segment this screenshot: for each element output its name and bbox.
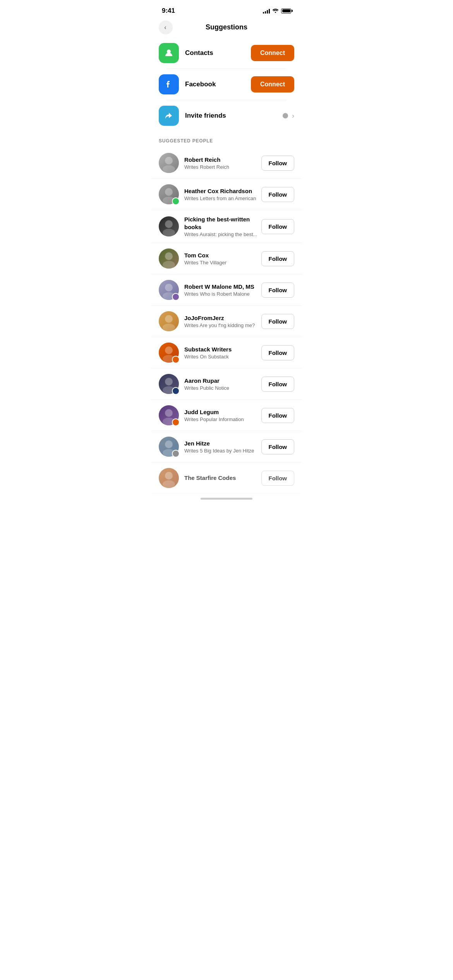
svg-point-3	[163, 165, 175, 173]
follow-button[interactable]: Follow	[261, 345, 295, 360]
person-sub: Writes Letters from an American	[184, 195, 261, 201]
person-sub: Writes Are you f'ng kidding me?	[184, 322, 261, 328]
follow-button[interactable]: Follow	[261, 377, 295, 392]
status-time: 9:41	[162, 7, 175, 15]
person-name: Judd Legum	[184, 408, 261, 416]
back-chevron-icon: ‹	[164, 24, 166, 31]
person-info: Substack Writers Writes On Substack	[184, 346, 261, 360]
person-avatar	[159, 468, 179, 488]
person-name: Aaron Rupar	[184, 377, 261, 385]
follow-button[interactable]: Follow	[261, 187, 295, 202]
person-info: Judd Legum Writes Popular Information	[184, 408, 261, 423]
follow-button[interactable]: Follow	[261, 219, 295, 234]
avatar-circle	[159, 468, 179, 488]
avatar-circle	[159, 216, 179, 236]
person-item: Substack Writers Writes On Substack Foll…	[151, 337, 302, 368]
person-name: Jen Hitze	[184, 440, 261, 447]
svg-point-5	[165, 188, 173, 196]
invite-item[interactable]: Invite friends ›	[159, 100, 294, 131]
person-info: Tom Cox Writes The Villager	[184, 252, 261, 266]
person-name: Heather Cox Richardson	[184, 187, 261, 195]
svg-point-14	[165, 284, 173, 291]
follow-button[interactable]: Follow	[261, 408, 295, 423]
person-item: Aaron Rupar Writes Public Notice Follow	[151, 368, 302, 400]
follow-button[interactable]: Follow	[261, 439, 295, 454]
person-info: Heather Cox Richardson Writes Letters fr…	[184, 187, 261, 202]
person-avatar	[159, 311, 179, 331]
person-name: Robert Reich	[184, 156, 261, 164]
person-avatar	[159, 343, 179, 363]
contacts-label: Contacts	[185, 49, 251, 57]
svg-point-2	[165, 157, 173, 164]
chevron-right-icon: ›	[292, 112, 294, 120]
person-name: Substack Writers	[184, 346, 261, 353]
person-info: Aaron Rupar Writes Public Notice	[184, 377, 261, 391]
person-sub: Writes On Substack	[184, 354, 261, 360]
avatar-circle	[159, 153, 179, 173]
person-sub: Writes Who is Robert Malone	[184, 291, 261, 297]
avatar-badge	[172, 418, 180, 426]
avatar-circle	[159, 311, 179, 331]
status-icons	[263, 8, 291, 14]
svg-point-33	[163, 480, 175, 488]
avatar-badge	[172, 197, 180, 205]
battery-icon	[281, 9, 291, 14]
svg-point-26	[165, 409, 173, 417]
person-sub: Writes Public Notice	[184, 385, 261, 391]
person-info: Robert W Malone MD, MS Writes Who is Rob…	[184, 283, 261, 297]
person-avatar	[159, 153, 179, 173]
header: ‹ Suggestions	[151, 19, 302, 38]
person-avatar	[159, 437, 179, 457]
home-indicator	[151, 494, 302, 503]
person-info: Robert Reich Writes Robert Reich	[184, 156, 261, 170]
signal-bars-icon	[263, 8, 270, 14]
person-info: The Starfire Codes	[184, 474, 261, 482]
person-item: Heather Cox Richardson Writes Letters fr…	[151, 179, 302, 210]
person-item: JoJoFromJerz Writes Are you f'ng kidding…	[151, 306, 302, 337]
svg-point-11	[165, 252, 173, 260]
svg-point-8	[165, 220, 173, 228]
person-info: Jen Hitze Writes 5 Big Ideas by Jen Hitz…	[184, 440, 261, 454]
avatar-badge	[172, 356, 180, 363]
invite-label: Invite friends	[185, 112, 283, 120]
svg-point-9	[163, 229, 175, 236]
person-sub: Writes 5 Big Ideas by Jen Hitze	[184, 448, 261, 454]
person-name: Robert W Malone MD, MS	[184, 283, 261, 291]
person-name: Tom Cox	[184, 252, 261, 259]
person-sub: Writes The Villager	[184, 260, 261, 266]
facebook-connect-button[interactable]: Connect	[251, 76, 294, 93]
person-item: Jen Hitze Writes 5 Big Ideas by Jen Hitz…	[151, 431, 302, 463]
follow-button[interactable]: Follow	[261, 283, 295, 298]
person-item: The Starfire Codes Follow	[151, 463, 302, 494]
contacts-item: Contacts Connect	[159, 38, 294, 69]
follow-button[interactable]: Follow	[261, 156, 295, 171]
person-item: Picking the best-written books Writes Au…	[151, 210, 302, 243]
person-avatar	[159, 184, 179, 204]
person-sub: Writes Popular Information	[184, 416, 261, 422]
svg-point-20	[165, 346, 173, 354]
svg-point-12	[163, 261, 175, 269]
invite-icon	[159, 106, 179, 126]
person-item: Tom Cox Writes The Villager Follow	[151, 243, 302, 274]
person-avatar	[159, 216, 179, 236]
person-name: JoJoFromJerz	[184, 314, 261, 322]
home-bar	[201, 498, 252, 500]
status-bar: 9:41	[151, 0, 302, 19]
contacts-connect-button[interactable]: Connect	[251, 45, 294, 61]
svg-point-32	[165, 472, 173, 480]
invite-dot	[283, 113, 288, 118]
avatar-badge	[172, 450, 180, 457]
back-button[interactable]: ‹	[159, 21, 173, 34]
person-item: Judd Legum Writes Popular Information Fo…	[151, 400, 302, 431]
person-name: Picking the best-written books	[184, 216, 261, 231]
suggested-people-list: Robert Reich Writes Robert Reich Follow …	[151, 147, 302, 494]
svg-point-23	[165, 378, 173, 385]
person-item: Robert Reich Writes Robert Reich Follow	[151, 147, 302, 179]
person-avatar	[159, 405, 179, 425]
follow-button[interactable]: Follow	[261, 471, 295, 486]
person-avatar	[159, 248, 179, 269]
page-title: Suggestions	[206, 23, 247, 31]
suggested-people-label: SUGGESTED PEOPLE	[151, 131, 302, 147]
follow-button[interactable]: Follow	[261, 251, 295, 266]
follow-button[interactable]: Follow	[261, 314, 295, 329]
